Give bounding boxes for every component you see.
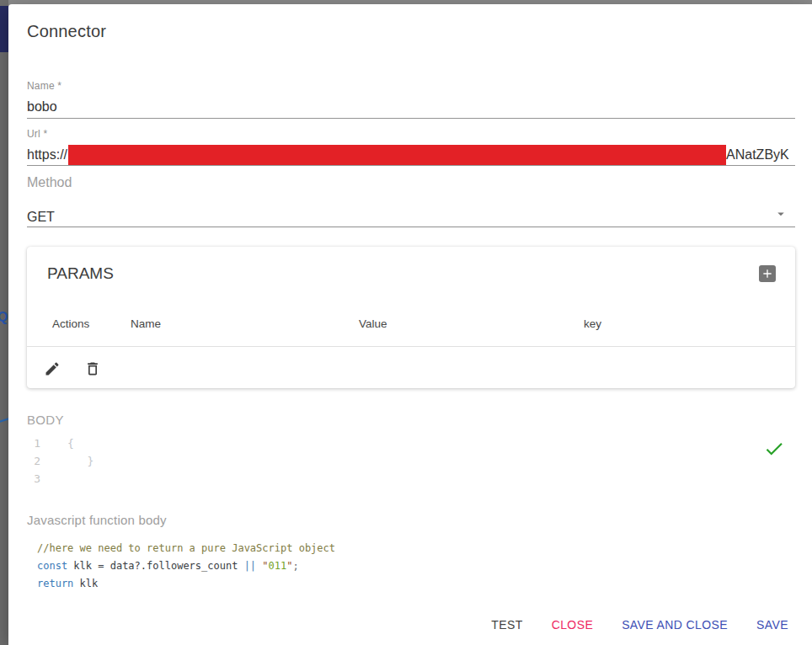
line-number: 2 [27,452,40,470]
params-card: PARAMS Actions Name Value key [27,247,795,388]
line-code: } [67,452,93,470]
save-and-close-button[interactable]: SAVE AND CLOSE [615,610,735,640]
body-code-editor[interactable]: 1 { 2 } 3 [27,434,795,488]
url-redaction-block [68,145,726,165]
column-header-value: Value [359,317,387,330]
column-header-actions: Actions [52,317,89,330]
dialog-actions: TEST CLOSE SAVE AND CLOSE SAVE [27,610,795,640]
js-line-const: const klk = data?.followers_count || "01… [37,557,795,575]
url-suffix-text: ANatZByK [726,147,789,163]
dialog-title: Connector [27,21,795,41]
name-field[interactable]: Name * bobo [27,80,795,119]
add-param-button[interactable] [759,265,776,282]
chevron-down-icon[interactable] [773,206,788,221]
name-field-label: Name * [27,80,795,92]
editor-line: 3 [27,470,795,488]
background-chart-line [0,418,8,424]
trash-icon [84,360,101,377]
js-editor-label: Javascript function body [27,513,795,527]
background-app-header [0,6,8,52]
method-label: Method [27,175,795,189]
connector-dialog: Connector Name * bobo Url * https:// ANa… [8,4,812,645]
line-number: 3 [27,470,40,488]
url-prefix-text: https:// [27,147,67,163]
url-field[interactable]: Url * https:// ANatZByK [27,128,795,166]
js-line-return: return klk [37,575,795,593]
valid-check-icon [763,438,785,460]
line-number: 1 [27,434,40,452]
close-button[interactable]: CLOSE [545,610,600,640]
url-field-label: Url * [27,128,795,140]
js-line-comment: //here we need to return a pure JavaScri… [37,540,795,557]
editor-line: 2 } [27,452,795,470]
editor-line: 1 { [27,434,795,452]
column-header-key: key [584,317,601,330]
save-button[interactable]: SAVE [750,610,795,640]
test-button[interactable]: TEST [484,610,529,640]
page-backdrop-left: Q [0,0,8,645]
params-table-header: Actions Name Value key [27,317,795,329]
line-code: { [67,434,74,452]
table-row [27,347,795,388]
method-selected-value[interactable]: GET [27,208,795,227]
url-input[interactable]: https:// ANatZByK [27,144,795,165]
plus-icon [761,267,774,280]
background-logo-glyph: Q [0,310,8,325]
edit-param-button[interactable] [44,360,61,377]
method-select[interactable]: Method GET [27,175,795,227]
js-code-editor[interactable]: //here we need to return a pure JavaScri… [27,540,795,593]
body-editor-label: BODY [27,413,795,427]
delete-param-button[interactable] [84,360,101,377]
params-title: PARAMS [47,265,114,282]
column-header-name: Name [131,317,161,330]
pencil-icon [44,360,61,377]
name-input[interactable]: bobo [27,97,795,118]
